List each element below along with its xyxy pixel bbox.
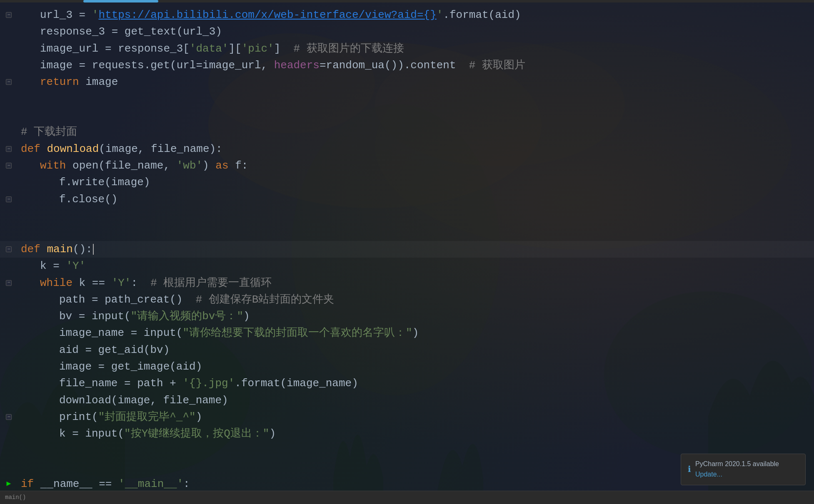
token [40, 241, 47, 258]
line-content: image_name = input("请你给想要下载的封面取一个喜欢的名字叭：… [17, 325, 814, 341]
code-line: −with open(file_name, 'wb') as f: [0, 157, 814, 174]
line-content: response_3 = get_text(url_3) [17, 23, 814, 40]
token: ] [274, 40, 294, 57]
token [40, 141, 47, 157]
editor-container: −url_3 = 'https://api.bilibili.com/x/web… [0, 0, 814, 504]
token: # 创建保存B站封面的文件夹 [196, 291, 335, 308]
code-line: image_url = response_3['data']['pic'] # … [0, 40, 814, 57]
line-content: aid = get_aid(bv) [17, 342, 814, 358]
token: image = requests.get(url=image_url, [40, 57, 274, 74]
line-gutter [0, 425, 17, 442]
token: headers [274, 57, 320, 74]
token: print( [59, 409, 98, 425]
token: download(image, file_name) [59, 392, 228, 409]
token: 'wb' [177, 157, 202, 174]
run-icon[interactable]: ▶ [7, 478, 11, 490]
token: "封面提取完毕^_^" [98, 409, 196, 425]
line-content: path = path_creat() # 创建保存B站封面的文件夹 [17, 291, 814, 308]
token: url_3 = [40, 7, 92, 23]
line-gutter [0, 107, 17, 124]
token: k == [72, 275, 112, 291]
code-line: k = input("按Y键继续提取，按Q退出：") [0, 425, 814, 442]
token: .format(aid) [443, 7, 521, 23]
status-text: main() [5, 493, 26, 502]
fold-icon[interactable]: − [6, 414, 12, 420]
token: ) [269, 425, 276, 442]
line-content: print("封面提取完毕^_^") [17, 409, 814, 425]
code-line: image_name = input("请你给想要下载的封面取一个喜欢的名字叭：… [0, 325, 814, 341]
code-line: response_3 = get_text(url_3) [0, 23, 814, 40]
line-content: # 下载封面 [17, 124, 814, 140]
token: image_name = input( [59, 325, 182, 341]
line-content: bv = input("请输入视频的bv号：") [17, 308, 814, 325]
code-line [0, 208, 814, 224]
token: image = get_image(aid) [59, 358, 202, 375]
line-gutter: − [0, 7, 17, 23]
fold-icon[interactable]: − [6, 280, 12, 286]
code-line [0, 224, 814, 241]
fold-icon[interactable]: − [6, 163, 12, 169]
code-line: file_name = path + '{}.jpg'.format(image… [0, 375, 814, 392]
line-gutter [0, 174, 17, 191]
token: ) [243, 308, 250, 325]
token: : [131, 275, 150, 291]
token: (image, file_name): [99, 141, 222, 157]
token: # 获取图片的下载连接 [294, 40, 404, 57]
line-gutter [0, 375, 17, 392]
token: image [79, 74, 118, 90]
token: ][ [228, 40, 241, 57]
fold-icon[interactable]: − [6, 246, 12, 252]
token: # 根据用户需要一直循环 [150, 275, 272, 291]
code-line: bv = input("请输入视频的bv号：") [0, 308, 814, 325]
line-content [17, 90, 814, 107]
code-line: path = path_creat() # 创建保存B站封面的文件夹 [0, 291, 814, 308]
token: : [183, 476, 190, 491]
token: bv = input( [59, 308, 131, 325]
code-area[interactable]: −url_3 = 'https://api.bilibili.com/x/web… [0, 2, 814, 491]
token: ) [412, 325, 419, 341]
token: k = input( [59, 425, 124, 442]
update-link[interactable]: Update... [695, 469, 779, 480]
line-gutter [0, 342, 17, 358]
fold-icon[interactable]: − [6, 79, 12, 85]
code-line: −return image [0, 74, 814, 90]
fold-icon[interactable]: − [6, 146, 12, 152]
line-content [17, 208, 814, 224]
token: 'pic' [242, 40, 274, 57]
token: if [21, 476, 34, 491]
token: f: [229, 157, 248, 174]
token: response_3 = get_text(url_3) [40, 23, 222, 40]
token: # 下载封面 [21, 124, 77, 140]
code-line: −def download(image, file_name): [0, 141, 814, 157]
line-content: k = input("按Y键继续提取，按Q退出：") [17, 425, 814, 442]
fold-icon[interactable]: − [6, 196, 12, 202]
code-line: −def main(): [0, 241, 814, 258]
token: open(file_name, [66, 157, 176, 174]
token: k = [40, 258, 66, 274]
text-cursor [93, 244, 94, 255]
line-gutter [0, 358, 17, 375]
line-content: image = requests.get(url=image_url, head… [17, 57, 814, 74]
token: f.write(image) [59, 174, 150, 191]
token: with [40, 157, 66, 174]
token: __name__ == [34, 476, 118, 491]
line-gutter [0, 23, 17, 40]
line-content: def download(image, file_name): [17, 141, 814, 157]
notification-popup: ℹ PyCharm 2020.1.5 available Update... [681, 454, 806, 485]
token: 'Y' [112, 275, 131, 291]
token: "按Y键继续提取，按Q退出：" [124, 425, 269, 442]
token: (): [73, 241, 92, 258]
token: "请你给想要下载的封面取一个喜欢的名字叭：" [182, 325, 412, 341]
line-gutter: − [0, 141, 17, 157]
code-line: k = 'Y' [0, 258, 814, 274]
line-content: def main(): [17, 241, 814, 258]
line-content: k = 'Y' [17, 258, 814, 274]
token: ' [437, 7, 443, 23]
token: as [215, 157, 228, 174]
line-gutter [0, 459, 17, 476]
fold-icon[interactable]: − [6, 12, 12, 18]
line-content: url_3 = 'https://api.bilibili.com/x/web-… [17, 7, 814, 23]
token: "请输入视频的bv号：" [131, 308, 243, 325]
token: ) [202, 157, 215, 174]
code-line: # 下载封面 [0, 124, 814, 140]
